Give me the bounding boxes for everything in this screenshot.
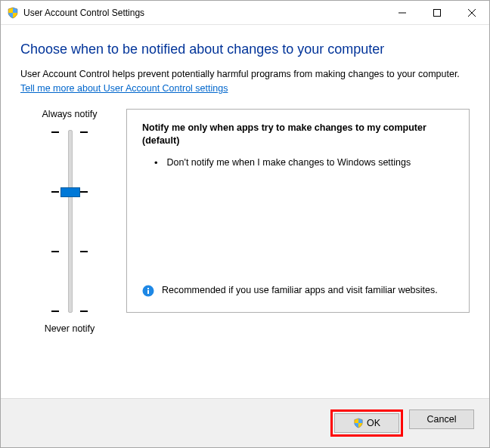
slider-thumb[interactable] [60,187,80,197]
notification-slider[interactable] [47,127,92,316]
page-heading: Choose when to be notified about changes… [20,42,470,57]
slider-tick [47,311,92,312]
settings-row: Always notify Never notify Notify me onl… [20,109,470,391]
ok-button[interactable]: OK [334,413,399,433]
recommend-row: Recommended if you use familiar apps and… [142,277,454,301]
slider-tick [47,131,92,133]
info-icon [142,285,154,301]
slider-bottom-label: Never notify [45,323,95,334]
shield-icon [353,418,364,428]
window-controls [385,1,489,24]
footer: OK Cancel [1,398,489,447]
maximize-button[interactable] [420,1,454,24]
detail-panel: Notify me only when apps try to make cha… [126,109,470,313]
titlebar: User Account Control Settings [1,1,489,25]
window-title: User Account Control Settings [7,7,385,19]
slider-tick [47,251,92,252]
ok-button-label: OK [367,418,380,428]
cancel-button-label: Cancel [427,414,457,425]
minimize-button[interactable] [385,1,420,24]
detail-title: Notify me only when apps try to make cha… [142,122,454,147]
recommend-text: Recommended if you use familiar apps and… [162,284,438,298]
cancel-button[interactable]: Cancel [409,409,474,429]
svg-rect-6 [147,288,149,289]
detail-bullet: Don't notify me when I make changes to W… [154,156,454,170]
help-link[interactable]: Tell me more about User Account Control … [20,82,228,95]
detail-bullet-text: Don't notify me when I make changes to W… [167,156,411,170]
description-text: User Account Control helps prevent poten… [20,69,460,79]
svg-rect-1 [434,9,441,16]
svg-rect-5 [147,290,149,294]
slider-top-label: Always notify [42,109,98,119]
close-button[interactable] [454,1,489,24]
window-title-text: User Account Control Settings [23,8,144,18]
content-area: Choose when to be notified about changes… [1,25,489,398]
uac-settings-window: User Account Control Settings Choose whe… [0,0,490,448]
description: User Account Control helps prevent poten… [20,68,470,95]
slider-track [68,130,73,313]
shield-icon [7,7,19,19]
slider-column: Always notify Never notify [20,109,119,391]
ok-highlight: OK [330,409,403,437]
